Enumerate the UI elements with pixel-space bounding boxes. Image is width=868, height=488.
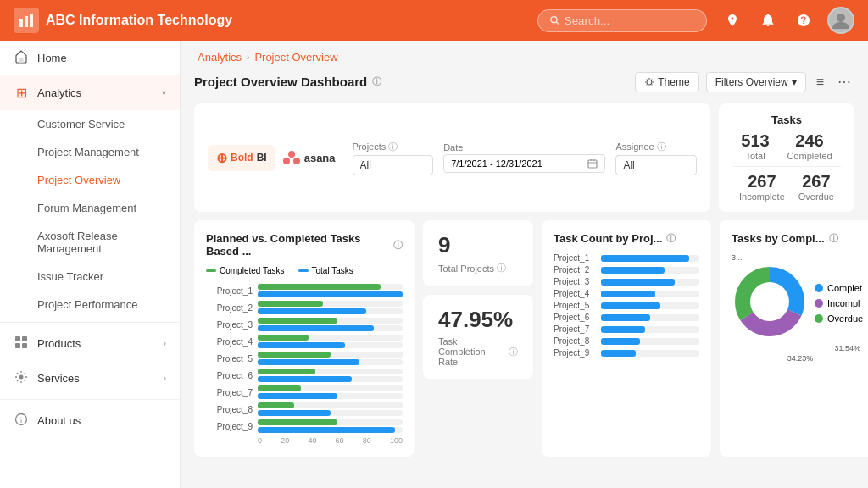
donut-bottom-pct: 34.23% (732, 354, 868, 363)
sidebar-item-analytics[interactable]: ⊞ Analytics ▾ (0, 75, 180, 110)
mini-bar-label: Project_2 (554, 265, 596, 274)
assignee-filter: Assignee ⓘ All (615, 141, 697, 175)
dashboard-header: Project Overview Dashboard ⓘ Theme Filte… (194, 70, 854, 93)
home-icon (14, 50, 29, 66)
total-bar-bg (258, 325, 403, 331)
tasks-card: Tasks 513 Total 246 Completed (719, 103, 854, 212)
analytics-icon: ⊞ (14, 85, 29, 101)
sidebar-analytics-label: Analytics (37, 86, 153, 99)
sidebar-home-label: Home (37, 52, 166, 64)
legend-total-label: Total Tasks (312, 266, 353, 275)
svg-rect-0 (19, 19, 23, 27)
bar-tracks (258, 369, 403, 382)
projects-filter-label: Projects ⓘ (353, 141, 434, 153)
total-bar-bg (258, 410, 403, 416)
total-bar-bg (258, 359, 403, 365)
sidebar-item-axosoft[interactable]: Axosoft Release Management (37, 222, 180, 263)
sidebar-item-home[interactable]: Home (0, 41, 180, 75)
user-avatar[interactable] (827, 7, 854, 34)
completed-bar-bg (258, 284, 403, 290)
task-count-bars: Project_1 Project_2 Project_3 Project_4 … (554, 253, 699, 358)
mini-bar-label: Project_6 (554, 313, 596, 322)
help-icon[interactable] (792, 8, 815, 32)
completed-tasks-value: 246 (787, 131, 832, 151)
app-name: ABC Information Technology (46, 13, 232, 28)
bar-row-label: Project_7 (206, 388, 253, 397)
task-completion-card: 47.95% Task Completion Rate ⓘ (423, 295, 533, 379)
legend-completed-entry: Complet (815, 283, 863, 293)
task-count-info[interactable]: ⓘ (666, 232, 676, 245)
total-projects-info[interactable]: ⓘ (497, 262, 506, 274)
legend-incomplete-entry: Incompl (815, 298, 863, 308)
sidebar-item-products[interactable]: Products › (0, 326, 180, 361)
svg-point-17 (283, 158, 290, 164)
sidebar-item-project-performance[interactable]: Project Performance (37, 291, 180, 319)
x-axis: 020406080100 (206, 436, 403, 445)
location-icon[interactable] (721, 8, 744, 32)
svg-rect-11 (22, 343, 27, 348)
bar-row-label: Project_6 (206, 371, 253, 380)
mini-bar-fill (601, 267, 665, 274)
search-icon (550, 15, 559, 25)
date-filter-value[interactable]: 7/1/2021 - 12/31/2021 (443, 154, 605, 173)
sidebar-item-about[interactable]: i About us (0, 403, 180, 438)
total-projects-label: Total Projects ⓘ (438, 262, 518, 274)
total-projects-card: 9 Total Projects ⓘ (423, 220, 533, 286)
svg-text:i: i (20, 416, 22, 424)
mini-bar-bg (601, 291, 699, 297)
donut-top-right-pct: 31.54% (732, 344, 868, 352)
svg-rect-19 (588, 160, 597, 168)
charts-row: Planned vs. Completed Tasks Based ... ⓘ … (194, 220, 854, 457)
header-icons (721, 7, 854, 34)
logo-area: ⊕ BoldBI asana (208, 145, 336, 171)
filter-button[interactable]: Filters Overview ▾ (706, 72, 806, 92)
donut-content: Complet Incompl Overdue (732, 263, 868, 342)
tasks-row-2: 267 Incomplete 267 Overdue (732, 172, 841, 202)
search-input[interactable] (565, 14, 694, 27)
services-icon (14, 370, 29, 386)
legend-incomplete-circle (815, 299, 823, 308)
sidebar-item-issue-tracker[interactable]: Issue Tracker (37, 263, 180, 291)
sidebar-item-customer-service[interactable]: Customer Service (37, 110, 180, 138)
projects-select[interactable]: All (353, 155, 434, 175)
sidebar-item-forum-management[interactable]: Forum Management (37, 194, 180, 222)
filter-chevron: ▾ (792, 76, 797, 88)
theme-button[interactable]: Theme (635, 72, 698, 92)
assignee-info-icon[interactable]: ⓘ (657, 141, 666, 153)
completed-bar-bg (258, 419, 403, 425)
svg-point-3 (551, 16, 557, 22)
breadcrumb-parent[interactable]: Analytics (198, 51, 242, 64)
mini-bar-fill (601, 350, 636, 357)
planned-chart-info[interactable]: ⓘ (393, 239, 403, 252)
projects-info-icon[interactable]: ⓘ (388, 141, 398, 153)
grid-view-button[interactable]: ≡ (813, 71, 827, 93)
svg-rect-10 (15, 343, 20, 348)
more-options-button[interactable]: ⋯ (834, 70, 854, 93)
overdue-tasks-stat: 267 Overdue (798, 172, 834, 202)
search-bar[interactable] (537, 9, 707, 32)
completed-tasks-stat: 246 Completed (787, 131, 832, 161)
sidebar-item-services[interactable]: Services › (0, 361, 180, 396)
bar-row-label: Project_4 (206, 337, 253, 347)
completed-bar-bg (258, 352, 403, 358)
sidebar-item-project-overview[interactable]: Project Overview (37, 166, 180, 194)
task-completion-info[interactable]: ⓘ (509, 346, 518, 358)
bell-icon[interactable] (756, 8, 780, 32)
completed-bar-fill (258, 352, 331, 358)
bar-row: Project_7 (206, 385, 403, 399)
donut-info[interactable]: ⓘ (829, 232, 838, 245)
assignee-select[interactable]: All (615, 155, 697, 175)
total-projects-value: 9 (438, 232, 518, 258)
bar-tracks (258, 318, 403, 331)
incomplete-tasks-value: 267 (739, 172, 785, 191)
dashboard-info-icon[interactable]: ⓘ (372, 75, 381, 88)
planned-chart-card: Planned vs. Completed Tasks Based ... ⓘ … (194, 220, 415, 457)
completed-bar-bg (258, 369, 403, 374)
mini-bar-row: Project_2 (554, 265, 699, 274)
assignee-filter-label: Assignee ⓘ (615, 141, 697, 153)
sidebar-item-project-management[interactable]: Project Management (37, 138, 180, 166)
donut-svg (732, 263, 808, 340)
mid-stats: 9 Total Projects ⓘ 47.95% Task Completio… (423, 220, 533, 457)
legend-overdue-text: Overdue (827, 313, 863, 324)
total-tasks-label: Total (741, 151, 769, 161)
